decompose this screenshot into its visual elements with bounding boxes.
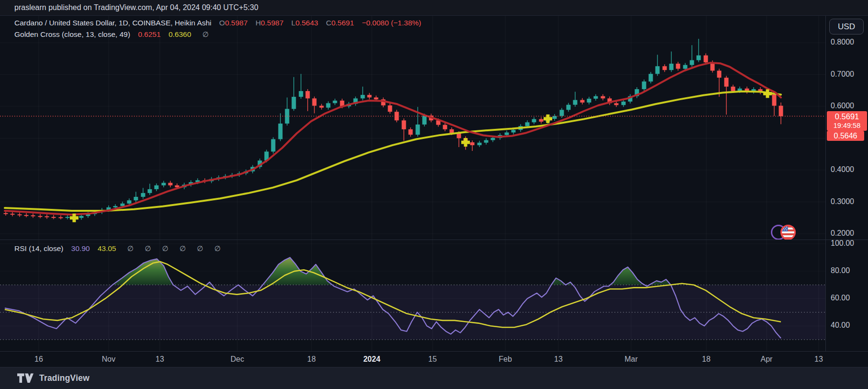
candle-body [306,91,310,98]
candle-body [656,66,660,74]
secondary-price-badge: 0.5646 [827,131,864,141]
candle-body [121,204,125,206]
candle-body [326,103,331,107]
rsi-value: 30.90 [71,244,90,252]
main-price-pane[interactable] [0,16,825,240]
candle-body [416,125,420,135]
candle-body [470,142,475,145]
rsi-pane[interactable] [0,240,825,352]
candle-body [367,95,372,97]
candle-body [512,130,516,132]
symbol-legend-row[interactable]: Cardano / United States Dollar, 1D, COIN… [14,19,421,27]
pane-separator[interactable] [0,240,868,240]
candle-body [663,66,667,70]
time-tick-label: 18 [307,355,316,364]
candle-body [560,110,564,116]
candle-body [11,214,15,215]
time-tick-label: 13 [554,355,563,364]
symbol-pair-logo-icon [772,226,795,240]
hidden-value-icon[interactable]: ∅ [162,244,168,252]
rsi-indicator-name[interactable]: RSI (14, close) [14,244,64,252]
golden-cross-marker-icon [461,138,470,147]
hidden-value-icon[interactable]: ∅ [179,244,186,252]
candle-body [683,65,688,69]
candle-body [292,97,296,109]
candle-body [704,56,708,63]
time-tick-label: Mar [624,355,638,364]
price-tick-label: 0.8000 [831,38,854,46]
time-tick-label: 18 [702,355,711,364]
currency-toggle-button[interactable]: USD [829,19,864,34]
candle-body [731,87,735,91]
brand-name[interactable]: TradingView [39,373,89,383]
golden-cross-marker-icon [544,114,552,123]
candle-body [52,217,56,218]
ohlc-low-value: 0.5643 [295,19,318,27]
candle-body [127,200,132,204]
candle-body [45,216,49,217]
price-axis[interactable]: USD 0.80000.70000.60000.50000.40000.3000… [825,16,868,352]
candle-body [374,97,378,99]
golden-cross-legend-row[interactable]: Golden Cross (close, 13, close, 49) 0.62… [14,30,209,39]
ohlc-close-label: C [326,19,331,27]
time-tick-label: 13 [156,355,164,364]
price-tick-label: 0.3000 [831,197,854,206]
ohlc-high-label: H [256,19,261,27]
candle-body [614,103,619,105]
last-price-value: 0.5691 [827,112,867,121]
ohlc-open-label: O [219,19,225,27]
symbol-title[interactable]: Cardano / United States Dollar, 1D, COIN… [14,19,211,27]
hidden-value-icon[interactable]: ∅ [202,30,209,38]
rsi-tick-label: 80.00 [831,266,850,275]
rsi-legend-row[interactable]: RSI (14, close) 30.90 43.05 ∅ ∅ ∅ ∅ ∅ ∅ [14,244,221,253]
time-tick-label: Apr [761,355,773,364]
candle-body [24,215,29,216]
time-axis[interactable]: 16Nov13Dec18202415Feb13Mar18Apr13 [0,351,868,367]
hidden-value-icon[interactable]: ∅ [145,244,151,252]
candle-body [66,217,70,218]
hidden-value-icon[interactable]: ∅ [127,244,134,252]
rsi-tick-label: 40.00 [831,321,850,330]
candle-body [697,56,701,60]
candle-body [622,102,626,105]
chart-area[interactable]: Cardano / United States Dollar, 1D, COIN… [0,15,868,351]
ohlc-open-value: 0.5987 [225,19,247,27]
candle-body [717,71,722,78]
candle-body [567,105,571,110]
candle-body [642,81,646,89]
candle-body [402,120,406,129]
ma-slow-line [5,92,781,211]
candle-body [423,115,427,125]
time-tick-label: 16 [34,355,43,364]
candle-body [580,100,585,103]
candle-body [278,124,283,139]
candle-body [594,96,598,99]
candle-body [676,64,680,69]
candle-body [601,96,605,99]
candle-body [333,101,337,103]
tradingview-logo-icon[interactable] [17,373,33,384]
hidden-value-icon[interactable]: ∅ [197,244,203,252]
candle-body [525,122,530,126]
candle-body [478,143,482,145]
hidden-value-icon[interactable]: ∅ [214,244,221,252]
candle-body [539,119,544,122]
rsi-ma-value: 43.05 [98,244,116,252]
candle-body [141,193,145,197]
change-value: −0.0080 (−1.38%) [362,19,421,27]
ohlc-close-value: 0.5691 [331,19,354,27]
price-tick-label: 0.6000 [831,102,854,110]
time-tick-label: Dec [231,355,244,364]
rsi-tick-label: 100.00 [831,239,854,248]
price-tick-label: 0.2000 [831,229,854,238]
price-tick-label: 0.4000 [831,165,854,174]
time-tick-label: Nov [102,355,115,364]
candle-body [443,125,447,129]
price-tick-label: 0.7000 [831,70,854,79]
candle-body [4,213,8,214]
time-tick-label: 13 [814,355,823,364]
candle-body [772,93,777,105]
indicator-name[interactable]: Golden Cross (close, 13, close, 49) [14,30,130,38]
indicator-slow-value: 0.6360 [168,30,191,38]
candle-body [388,105,392,112]
